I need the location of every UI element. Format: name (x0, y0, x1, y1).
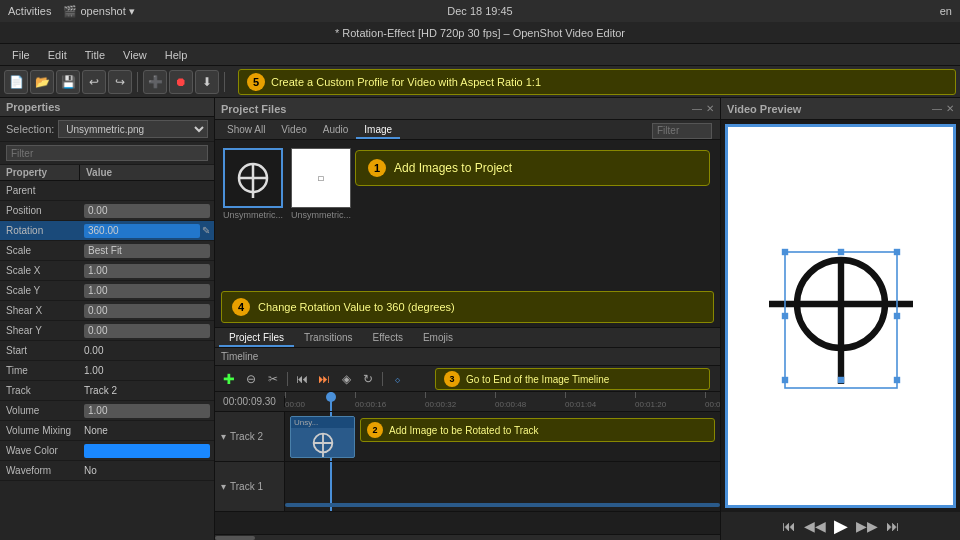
preview-skip-end[interactable]: ⏭ (884, 518, 902, 534)
add-images-tip-text: Add Images to Project (394, 161, 512, 175)
tl-cut[interactable]: ✂ (263, 369, 283, 389)
tab-show-all[interactable]: Show All (219, 122, 273, 139)
rotation-tip: 4 Change Rotation Value to 360 (degrees) (221, 291, 714, 323)
prop-row-track[interactable]: Track Track 2 (0, 381, 214, 401)
preview-play[interactable]: ▶ (832, 515, 850, 537)
menu-title[interactable]: Title (77, 47, 113, 63)
properties-header: Properties (0, 98, 214, 117)
prop-value-rotation: 360.00 ✎ (80, 224, 214, 238)
activities-label[interactable]: Activities (8, 5, 51, 17)
tl-remove[interactable]: ⊖ (241, 369, 261, 389)
toolbar-record[interactable]: ⏺ (169, 70, 193, 94)
toolbar-new[interactable]: 📄 (4, 70, 28, 94)
selection-row: Selection: Unsymmetric.png (0, 117, 214, 142)
tl-sep-1 (287, 372, 288, 386)
project-files-tabs: Show All Video Audio Image (215, 120, 720, 140)
prop-value-volume: 1.00 (80, 404, 214, 418)
track-clip-1[interactable]: Unsy... (290, 416, 355, 458)
tab-video[interactable]: Video (273, 122, 314, 139)
menu-file[interactable]: File (4, 47, 38, 63)
toolbar-add[interactable]: ➕ (143, 70, 167, 94)
track-content-1[interactable] (285, 462, 720, 511)
timeline-toolbar: ✚ ⊖ ✂ ⏮ ⏭ ◈ ↻ ⬦ 3 Go to End of the Image… (215, 366, 720, 392)
timeline-tab-transitions[interactable]: Transitions (294, 330, 363, 347)
toolbar-sep-1 (137, 72, 138, 92)
selection-dropdown[interactable]: Unsymmetric.png (58, 120, 208, 138)
minimize-btn[interactable]: — (692, 103, 702, 114)
toolbar-open[interactable]: 📂 (30, 70, 54, 94)
position-bar: 0.00 (84, 204, 210, 218)
tl-marker[interactable]: ◈ (336, 369, 356, 389)
prop-row-time[interactable]: Time 1.00 (0, 361, 214, 381)
system-bar-left: Activities 🎬 openshot ▾ (8, 5, 135, 18)
track-1-collapse[interactable]: ▾ (221, 481, 226, 492)
preview-image (751, 236, 931, 396)
prop-name-scale: Scale (0, 245, 80, 256)
tab-image[interactable]: Image (356, 122, 400, 139)
close-btn[interactable]: ✕ (706, 103, 714, 114)
prop-row-parent[interactable]: Parent (0, 181, 214, 201)
wave-color-swatch[interactable] (84, 444, 210, 458)
rotation-bar[interactable]: 360.00 (84, 224, 200, 238)
preview-rewind[interactable]: ◀◀ (802, 518, 828, 534)
preview-minimize-btn[interactable]: — (932, 103, 942, 114)
menu-view[interactable]: View (115, 47, 155, 63)
prop-name-time: Time (0, 365, 80, 376)
prop-name-waveform: Waveform (0, 465, 80, 476)
prop-row-sheary[interactable]: Shear Y 0.00 (0, 321, 214, 341)
prop-row-scalex[interactable]: Scale X 1.00 (0, 261, 214, 281)
prop-value-scale: Best Fit (80, 244, 214, 258)
file-label-1: Unsymmetric... (223, 210, 283, 220)
tl-loop[interactable]: ↻ (358, 369, 378, 389)
menu-edit[interactable]: Edit (40, 47, 75, 63)
tl-playhead[interactable]: ⬦ (387, 369, 407, 389)
preview-fast-forward[interactable]: ▶▶ (854, 518, 880, 534)
timeline-tab-emojis[interactable]: Emojis (413, 330, 463, 347)
prop-row-rotation[interactable]: Rotation 360.00 ✎ (0, 221, 214, 241)
project-files-section: Project Files — ✕ Show All Video Audio I… (215, 98, 720, 328)
tab-audio[interactable]: Audio (315, 122, 357, 139)
tl-go-start[interactable]: ⏮ (292, 369, 312, 389)
preview-close-btn[interactable]: ✕ (946, 103, 954, 114)
prop-row-volume[interactable]: Volume 1.00 (0, 401, 214, 421)
track-content-2[interactable]: Unsy... (285, 412, 720, 461)
tip-text: Create a Custom Profile for Video with A… (271, 76, 541, 88)
track-2-collapse[interactable]: ▾ (221, 431, 226, 442)
prop-name-scalex: Scale X (0, 265, 80, 276)
toolbar-redo[interactable]: ↪ (108, 70, 132, 94)
preview-skip-start[interactable]: ⏮ (780, 518, 798, 534)
time-display: 00:00:09.30 (215, 396, 285, 407)
pf-filter-input[interactable] (652, 123, 712, 139)
tl-add-track[interactable]: ✚ (219, 369, 239, 389)
timeline-scrollbar-thumb[interactable] (215, 536, 255, 540)
prop-row-shearx[interactable]: Shear X 0.00 (0, 301, 214, 321)
ruler-tick-0: 00:00 (285, 392, 305, 411)
prop-row-scale[interactable]: Scale Best Fit (0, 241, 214, 261)
prop-row-scaley[interactable]: Scale Y 1.00 (0, 281, 214, 301)
rotation-edit-icon[interactable]: ✎ (202, 225, 210, 236)
track-label-1: ▾ Track 1 (215, 462, 285, 511)
timeline-tip-text: Go to End of the Image Timeline (466, 374, 609, 385)
volume-bar: 1.00 (84, 404, 210, 418)
file-item-2[interactable]: □ Unsymmetric... (291, 148, 351, 220)
timeline-tab-project-files[interactable]: Project Files (219, 330, 294, 347)
prop-row-start[interactable]: Start 0.00 (0, 341, 214, 361)
menu-help[interactable]: Help (157, 47, 196, 63)
prop-row-wave-color[interactable]: Wave Color (0, 441, 214, 461)
tl-go-end[interactable]: ⏭ (314, 369, 334, 389)
timeline-scrollbar[interactable] (215, 534, 720, 540)
filter-input[interactable] (6, 145, 208, 161)
prop-row-volume-mixing[interactable]: Volume Mixing None (0, 421, 214, 441)
ruler-tick-1: 00:00:16 (355, 392, 386, 411)
toolbar-import[interactable]: ⬇ (195, 70, 219, 94)
toolbar-save[interactable]: 💾 (56, 70, 80, 94)
timeline-tab-effects[interactable]: Effects (363, 330, 413, 347)
prop-row-waveform[interactable]: Waveform No (0, 461, 214, 481)
prop-row-position[interactable]: Position 0.00 (0, 201, 214, 221)
ruler-tick-3: 00:00:48 (495, 392, 526, 411)
prop-value-shearx: 0.00 (80, 304, 214, 318)
preview-controls: ⏮ ◀◀ ▶ ▶▶ ⏭ (721, 512, 960, 540)
time-ruler-area: 00:00 00:00:16 00:00:32 00:00:48 00:01:0… (285, 392, 720, 411)
toolbar-undo[interactable]: ↩ (82, 70, 106, 94)
file-item-1[interactable]: Unsymmetric... (223, 148, 283, 220)
